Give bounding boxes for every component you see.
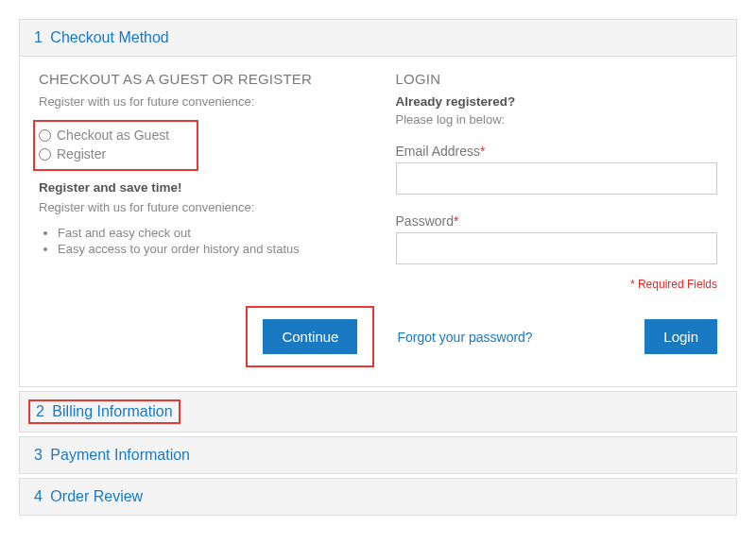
email-label: Email Address*: [396, 144, 717, 159]
register-save-time: Register and save time!: [39, 180, 377, 195]
radio-register-label: Register: [57, 146, 106, 161]
billing-highlight: 2 Billing Information: [28, 399, 180, 424]
step-payment-header[interactable]: 3 Payment Information: [19, 436, 737, 474]
radio-checkout-guest-label: Checkout as Guest: [57, 127, 169, 143]
radio-register[interactable]: Register: [39, 144, 191, 163]
benefit-item: Fast and easy check out: [58, 226, 377, 240]
radio-checkout-guest-input[interactable]: [39, 129, 51, 142]
radio-register-input[interactable]: [39, 148, 51, 161]
login-button[interactable]: Login: [644, 319, 717, 354]
forgot-password-link[interactable]: Forgot your password?: [397, 330, 532, 345]
login-section: LOGIN Already registered? Please log in …: [396, 71, 717, 300]
continue-button[interactable]: Continue: [263, 319, 357, 354]
password-label: Password*: [396, 213, 717, 229]
required-fields-note: * Required Fields: [396, 278, 717, 291]
step-label: Payment Information: [50, 447, 190, 463]
actions-row: Continue Forgot your password? Login: [39, 306, 717, 367]
step-checkout-method-body: CHECKOUT AS A GUEST OR REGISTER Register…: [19, 57, 737, 387]
step-review-header[interactable]: 4 Order Review: [19, 478, 737, 516]
step-label: Billing Information: [52, 403, 172, 419]
radio-checkout-guest[interactable]: Checkout as Guest: [39, 126, 191, 144]
benefits-list: Fast and easy check out Easy access to y…: [39, 226, 377, 256]
checkout-type-radios: Checkout as Guest Register: [33, 120, 198, 171]
continue-highlight: Continue: [246, 306, 374, 367]
step-billing-header[interactable]: 2 Billing Information: [19, 391, 737, 433]
password-field[interactable]: [396, 232, 717, 264]
step-number: 4: [34, 488, 43, 504]
guest-register-section: CHECKOUT AS A GUEST OR REGISTER Register…: [39, 71, 377, 300]
step-label: Checkout Method: [50, 29, 168, 45]
step-checkout-method-header[interactable]: 1 Checkout Method: [19, 19, 737, 57]
already-registered: Already registered?: [396, 94, 717, 109]
email-field[interactable]: [396, 162, 717, 195]
step-number: 3: [34, 447, 43, 463]
step-label: Order Review: [50, 488, 143, 504]
login-title: LOGIN: [396, 71, 717, 87]
step-number: 1: [34, 29, 43, 45]
step-number: 2: [36, 403, 44, 419]
guest-subtext: Register with us for future convenience:: [39, 94, 377, 109]
guest-subtext2: Register with us for future convenience:: [39, 200, 377, 214]
benefit-item: Easy access to your order history and st…: [58, 242, 377, 256]
guest-title: CHECKOUT AS A GUEST OR REGISTER: [39, 71, 377, 87]
please-login: Please log in below:: [396, 112, 717, 127]
